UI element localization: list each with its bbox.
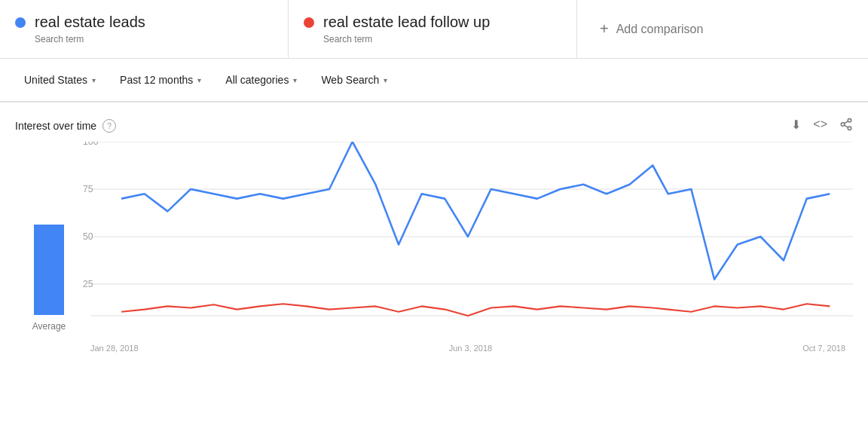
region-filter[interactable]: United States ▾ (15, 68, 105, 92)
region-chevron-icon: ▾ (92, 76, 96, 84)
svg-point-0 (848, 119, 851, 123)
x-label-oct: Oct 7, 2018 (802, 344, 845, 353)
filters-bar: United States ▾ Past 12 months ▾ All cat… (0, 59, 868, 102)
svg-line-3 (844, 125, 848, 127)
term-name-1: real estate leads (15, 14, 273, 31)
dot-red (304, 17, 314, 28)
svg-text:50: 50 (83, 231, 93, 242)
add-comparison-button[interactable]: + Add comparison (577, 0, 868, 58)
category-chevron-icon: ▾ (293, 76, 297, 84)
chart-main: 100 75 50 25 Jan 28, 2018 Jun 3, 2018 Oc… (83, 142, 853, 353)
search-type-chevron-icon: ▾ (384, 76, 387, 84)
chart-svg: 100 75 50 25 (83, 142, 853, 332)
interest-actions: ⬇ <> (791, 118, 853, 134)
term-type-2: Search term (323, 34, 561, 44)
interest-title-group: Interest over time ? (15, 119, 116, 133)
term-label-1: real estate leads (35, 14, 145, 31)
time-label: Past 12 months (120, 74, 193, 86)
category-label: All categories (225, 74, 289, 86)
plus-icon: + (600, 20, 609, 38)
term-type-1: Search term (35, 34, 273, 44)
red-line (121, 304, 830, 316)
term-name-2: real estate lead follow up (304, 14, 561, 31)
chart-container: Average 100 75 50 25 (15, 142, 853, 353)
dot-blue (15, 17, 26, 28)
embed-icon[interactable]: <> (813, 118, 827, 134)
blue-line (121, 142, 830, 280)
interest-title-text: Interest over time (15, 120, 96, 132)
interest-header: Interest over time ? ⬇ <> (15, 118, 853, 134)
svg-text:100: 100 (83, 142, 99, 147)
term-label-2: real estate lead follow up (323, 14, 490, 31)
chart-sidebar: Average (15, 142, 83, 353)
term-card-1[interactable]: real estate leads Search term (0, 0, 289, 58)
svg-line-4 (844, 121, 848, 124)
time-chevron-icon: ▾ (197, 76, 201, 84)
add-comparison-label: Add comparison (616, 23, 704, 36)
help-icon[interactable]: ? (102, 119, 116, 133)
region-label: United States (24, 74, 87, 86)
interest-section: Interest over time ? ⬇ <> Average (0, 102, 868, 353)
category-filter[interactable]: All categories ▾ (216, 68, 306, 92)
svg-point-2 (848, 127, 851, 130)
download-icon[interactable]: ⬇ (791, 118, 801, 134)
x-label-jun: Jun 3, 2018 (449, 344, 493, 353)
average-bar (34, 225, 64, 315)
x-axis-labels: Jan 28, 2018 Jun 3, 2018 Oct 7, 2018 (83, 341, 853, 353)
svg-point-1 (841, 123, 845, 127)
time-filter[interactable]: Past 12 months ▾ (111, 68, 210, 92)
share-icon[interactable] (839, 118, 853, 134)
avg-label: Average (32, 321, 66, 332)
x-label-jan: Jan 28, 2018 (90, 344, 139, 353)
search-type-filter[interactable]: Web Search ▾ (312, 68, 396, 92)
svg-text:75: 75 (83, 184, 93, 194)
term-card-2[interactable]: real estate lead follow up Search term (289, 0, 577, 58)
svg-text:25: 25 (83, 279, 93, 289)
terms-header: real estate leads Search term real estat… (0, 0, 868, 59)
search-type-label: Web Search (321, 74, 379, 86)
